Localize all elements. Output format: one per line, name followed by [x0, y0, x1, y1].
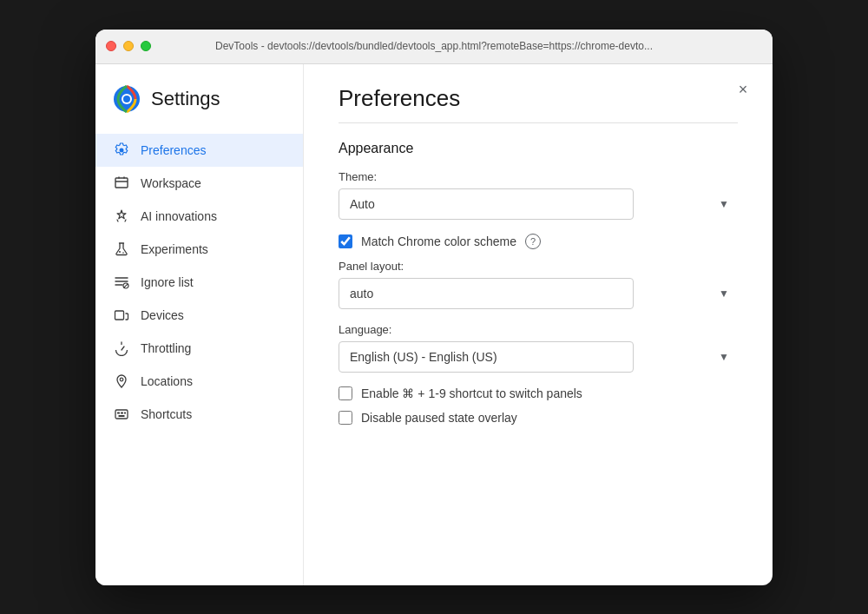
panel-layout-label: Panel layout:	[339, 260, 738, 273]
devtools-logo-icon	[113, 85, 141, 113]
appearance-section: Appearance Theme: Auto Light Dark ▼ Matc…	[339, 141, 738, 425]
panel-layout-select-wrapper: auto horizontal vertical ▼	[339, 278, 738, 309]
sidebar: Settings Preferences	[95, 64, 304, 585]
language-select-arrow: ▼	[719, 351, 729, 363]
sidebar-header: Settings	[95, 85, 303, 134]
panel-layout-select[interactable]: auto horizontal vertical	[339, 278, 634, 309]
ai-innovations-label: AI innovations	[141, 209, 217, 223]
sidebar-item-ignore-list[interactable]: Ignore list	[95, 266, 303, 299]
svg-point-5	[122, 252, 124, 254]
sidebar-item-experiments[interactable]: Experiments	[95, 233, 303, 266]
svg-rect-3	[115, 178, 128, 188]
svg-rect-7	[115, 311, 124, 320]
theme-select-arrow: ▼	[719, 198, 729, 210]
close-button[interactable]: ×	[731, 78, 755, 102]
sidebar-item-ai-innovations[interactable]: AI innovations	[95, 200, 303, 233]
main-content: × Preferences Appearance Theme: Auto Lig…	[304, 64, 773, 585]
match-chrome-color-checkbox[interactable]	[339, 234, 352, 248]
shortcuts-label: Shortcuts	[141, 407, 192, 421]
theme-label: Theme:	[339, 170, 738, 183]
svg-point-2	[123, 96, 130, 102]
disable-paused-label: Disable paused state overlay	[361, 411, 517, 425]
svg-point-4	[119, 251, 121, 253]
shortcut-switch-checkbox[interactable]	[339, 386, 352, 400]
disable-paused-row: Disable paused state overlay	[339, 411, 738, 425]
content-area: Settings Preferences	[95, 64, 773, 585]
appearance-section-title: Appearance	[339, 141, 738, 156]
match-chrome-color-label: Match Chrome color scheme	[361, 234, 516, 248]
sidebar-item-throttling[interactable]: Throttling	[95, 332, 303, 365]
experiments-label: Experiments	[141, 242, 208, 256]
language-label: Language:	[339, 323, 738, 336]
sidebar-item-locations[interactable]: Locations	[95, 365, 303, 398]
devices-icon	[113, 307, 130, 324]
title-divider	[339, 122, 738, 123]
preferences-icon	[113, 142, 130, 159]
throttling-label: Throttling	[141, 341, 191, 355]
shortcut-switch-label: Enable ⌘ + 1-9 shortcut to switch panels	[361, 386, 582, 400]
window-title: DevTools - devtools://devtools/bundled/d…	[106, 40, 762, 52]
theme-select-wrapper: Auto Light Dark ▼	[339, 188, 738, 220]
svg-rect-11	[117, 412, 120, 413]
sidebar-item-devices[interactable]: Devices	[95, 299, 303, 332]
preferences-label: Preferences	[141, 143, 206, 157]
page-title: Preferences	[339, 85, 738, 112]
locations-icon	[113, 373, 130, 390]
match-chrome-color-help-icon[interactable]: ?	[525, 234, 541, 249]
svg-rect-13	[124, 412, 126, 413]
workspace-icon	[113, 175, 130, 192]
match-chrome-color-row: Match Chrome color scheme ?	[339, 234, 738, 249]
ignore-list-label: Ignore list	[141, 275, 194, 289]
experiments-icon	[113, 241, 130, 258]
settings-title: Settings	[151, 88, 220, 110]
workspace-label: Workspace	[141, 176, 201, 190]
language-select[interactable]: English (US) - English (US)	[339, 341, 634, 373]
theme-select[interactable]: Auto Light Dark	[339, 188, 634, 220]
svg-rect-14	[119, 415, 125, 417]
throttling-icon	[113, 340, 130, 357]
shortcut-switch-row: Enable ⌘ + 1-9 shortcut to switch panels	[339, 386, 738, 400]
titlebar: DevTools - devtools://devtools/bundled/d…	[95, 30, 773, 64]
shortcuts-icon	[113, 406, 130, 423]
svg-rect-12	[121, 412, 123, 413]
svg-rect-10	[115, 410, 128, 419]
devices-label: Devices	[141, 308, 184, 322]
sidebar-item-shortcuts[interactable]: Shortcuts	[95, 398, 303, 431]
sidebar-item-workspace[interactable]: Workspace	[95, 167, 303, 200]
svg-point-9	[120, 378, 123, 381]
panel-layout-select-arrow: ▼	[719, 287, 729, 300]
sidebar-item-preferences[interactable]: Preferences	[95, 134, 303, 167]
locations-label: Locations	[141, 374, 193, 388]
language-select-wrapper: English (US) - English (US) ▼	[339, 341, 738, 373]
ignore-list-icon	[113, 274, 130, 291]
settings-window: DevTools - devtools://devtools/bundled/d…	[95, 30, 773, 585]
ai-innovations-icon	[113, 208, 130, 225]
disable-paused-checkbox[interactable]	[339, 411, 352, 425]
